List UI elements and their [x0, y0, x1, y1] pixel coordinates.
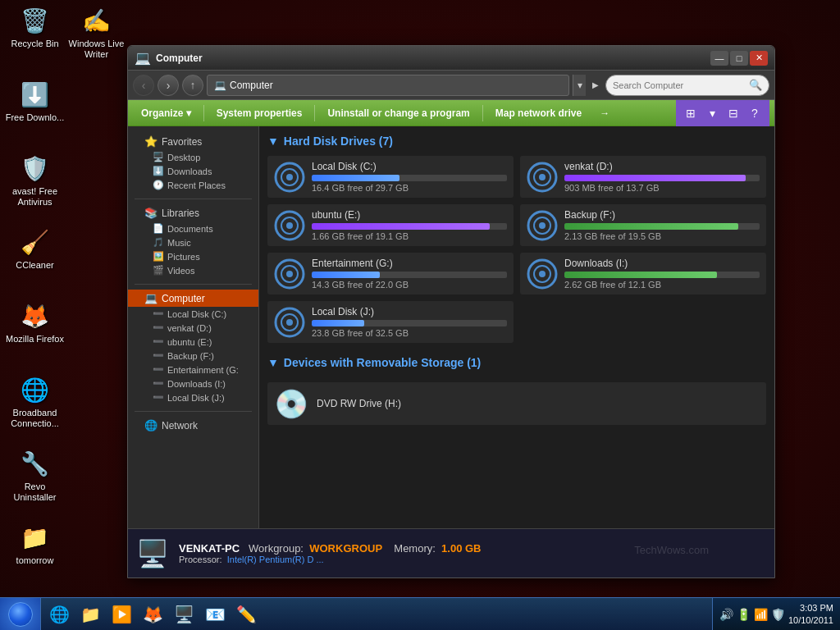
sidebar-music-label: Music [167, 238, 191, 248]
organize-button[interactable]: Organize ▾ [133, 103, 199, 123]
sidebar-item-computer[interactable]: 💻 Computer [128, 290, 258, 307]
drive-g-disk-icon [274, 258, 305, 290]
revo-icon: 🔧 [19, 447, 52, 480]
maximize-button[interactable]: □ [730, 51, 748, 66]
sidebar-item-g[interactable]: ➖ Entertainment (G: [128, 363, 258, 377]
sidebar-item-favorites[interactable]: ⭐ Favorites [128, 133, 258, 150]
drive-item-g[interactable]: Entertainment (G:) 14.3 GB free of 22.0 … [267, 253, 514, 294]
desktop-icon-firefox[interactable]: 🦊 Mozilla Firefox [4, 299, 66, 345]
desktop-icon-free-download[interactable]: ⬇️ Free Downlo... [4, 78, 66, 123]
toolbar-separator-2 [314, 105, 315, 121]
drive-item-d[interactable]: venkat (D:) 903 MB free of 13.7 GB [520, 156, 766, 198]
search-icon[interactable]: 🔍 [749, 79, 762, 91]
content-area: ⭐ Favorites 🖥️ Desktop ⬇️ Downloads 🕐 Re… [128, 126, 774, 528]
back-button[interactable]: ‹ [133, 75, 154, 96]
sidebar-downloads-label: Downloads [167, 167, 212, 176]
search-box: 🔍 [605, 75, 769, 96]
forward-extra-button[interactable]: ▶ [589, 75, 602, 96]
pc-hostname: VENKAT-PC [179, 542, 240, 555]
recycle-bin-label: Recycle Bin [4, 39, 66, 49]
up-button[interactable]: ↑ [182, 75, 203, 96]
favorites-icon: ⭐ [144, 135, 158, 148]
sidebar-item-pictures[interactable]: 🖼️ Pictures [128, 249, 258, 263]
drive-g-info: Entertainment (G:) 14.3 GB free of 22.0 … [312, 258, 507, 290]
filter-button[interactable]: ⊟ [724, 103, 743, 123]
taskbar-edit-icon[interactable]: ✏️ [231, 600, 261, 629]
sidebar-item-desktop[interactable]: 🖥️ Desktop [128, 150, 258, 164]
drive-item-j[interactable]: Local Disk (J:) 23.8 GB free of 32.5 GB [267, 301, 514, 343]
sort-button[interactable]: ▾ [702, 103, 722, 123]
drive-g-name: Entertainment (G:) [312, 258, 507, 269]
drive-d-name: venkat (D:) [564, 161, 760, 172]
drive-f-bar-bg [564, 223, 760, 230]
start-button[interactable] [0, 598, 41, 631]
help-button[interactable]: ? [745, 103, 765, 123]
taskbar-firefox-icon[interactable]: 🦊 [138, 600, 167, 629]
broadband-icon: 🌐 [19, 373, 52, 406]
sidebar-item-d[interactable]: ➖ venkat (D:) [128, 321, 258, 335]
drive-item-f[interactable]: Backup (F:) 2.13 GB free of 19.5 GB [520, 204, 766, 246]
workgroup-label-text: Workgroup: [249, 542, 304, 555]
sidebar-item-recent-places[interactable]: 🕐 Recent Places [128, 178, 258, 192]
uninstall-button[interactable]: Uninstall or change a program [319, 103, 477, 123]
drive-item-e[interactable]: ubuntu (E:) 1.66 GB free of 19.1 GB [267, 204, 514, 246]
drive-e-bar-bg [312, 223, 507, 230]
drive-d-bar-bg [564, 175, 760, 181]
downloads-icon: ⬇️ [153, 166, 164, 176]
sidebar-item-j[interactable]: ➖ Local Disk (J:) [128, 390, 258, 404]
sidebar-item-c[interactable]: ➖ Local Disk (C:) [128, 307, 258, 321]
sidebar-item-libraries[interactable]: 📚 Libraries [128, 204, 258, 221]
taskbar-folder-icon[interactable]: 📁 [75, 600, 105, 629]
forward-button[interactable]: › [158, 75, 179, 96]
taskbar-mail-icon[interactable]: 📧 [200, 600, 230, 629]
sidebar-item-network[interactable]: 🌐 Network [128, 417, 258, 434]
system-properties-button[interactable]: System properties [208, 103, 311, 123]
close-button[interactable]: ✕ [750, 51, 768, 66]
sidebar-e-label: ubuntu (E:) [167, 337, 212, 347]
tray-clock: 3:03 PM 10/10/2011 [788, 602, 833, 626]
taskbar-network-icon[interactable]: 🖥️ [169, 600, 199, 629]
address-field[interactable]: 💻 Computer [207, 75, 569, 96]
desktop-icon-recycle-bin[interactable]: 🗑️ Recycle Bin [4, 4, 66, 49]
sidebar-item-i[interactable]: ➖ Downloads (I:) [128, 377, 258, 390]
minimize-button[interactable]: — [710, 51, 728, 66]
sidebar-item-downloads[interactable]: ⬇️ Downloads [128, 164, 258, 178]
desktop-icon-broadband[interactable]: 🌐 Broadband Connectio... [4, 373, 66, 429]
sidebar-videos-label: Videos [167, 266, 194, 276]
dvd-drive-item[interactable]: 💿 DVD RW Drive (H:) [267, 382, 766, 425]
removable-header: ▼ Devices with Removable Storage (1) [267, 356, 766, 369]
desktop-icon-ccleaner[interactable]: 🧹 CCleaner [4, 226, 66, 271]
drive-item-c[interactable]: Local Disk (C:) 16.4 GB free of 29.7 GB [267, 156, 514, 198]
drive-item-i[interactable]: Downloads (I:) 2.62 GB free of 12.1 GB [520, 253, 766, 294]
search-input[interactable] [613, 80, 746, 90]
sidebar-favorites-section: ⭐ Favorites 🖥️ Desktop ⬇️ Downloads 🕐 Re… [128, 133, 258, 192]
sidebar-item-f[interactable]: ➖ Backup (F:) [128, 349, 258, 363]
address-bar: ‹ › ↑ 💻 Computer ▾ ▶ 🔍 [128, 71, 774, 100]
sidebar-item-e[interactable]: ➖ ubuntu (E:) [128, 335, 258, 349]
sidebar-item-music[interactable]: 🎵 Music [128, 235, 258, 249]
firefox-label: Mozilla Firefox [4, 334, 66, 345]
drive-f-bar [564, 223, 738, 230]
tomorrow-icon: 📁 [19, 521, 52, 554]
address-dropdown[interactable]: ▾ [573, 75, 586, 96]
sidebar-item-videos[interactable]: 🎬 Videos [128, 263, 258, 277]
desktop-icon-avast[interactable]: 🛡️ avast! Free Antivirus [4, 152, 66, 208]
taskbar-ie-icon[interactable]: 🌐 [44, 600, 74, 629]
drive-e-icon: ➖ [153, 336, 164, 347]
libraries-icon: 📚 [144, 207, 158, 219]
dvd-name: DVD RW Drive (H:) [317, 398, 401, 409]
desktop-icon-windows-writer[interactable]: ✍️ Windows Live Writer [66, 4, 127, 60]
map-network-button[interactable]: Map network drive [487, 103, 590, 123]
sidebar-j-label: Local Disk (J:) [167, 393, 225, 403]
sidebar-desktop-label: Desktop [167, 153, 200, 162]
sidebar-item-documents[interactable]: 📄 Documents [128, 221, 258, 235]
taskbar-media-icon[interactable]: ▶️ [107, 600, 136, 629]
desktop-icon-revo[interactable]: 🔧 Revo Uninstaller [4, 447, 66, 503]
view-options-button[interactable]: ⊞ [681, 103, 701, 123]
drive-g-bar-bg [312, 272, 507, 278]
tray-icon-3: 📶 [754, 608, 768, 621]
drive-j-size: 23.8 GB free of 32.5 GB [312, 328, 507, 338]
windows-writer-icon: ✍️ [80, 4, 113, 37]
network-arrow[interactable]: → [591, 103, 618, 123]
desktop-icon-tomorrow[interactable]: 📁 tomorrow [4, 521, 66, 566]
